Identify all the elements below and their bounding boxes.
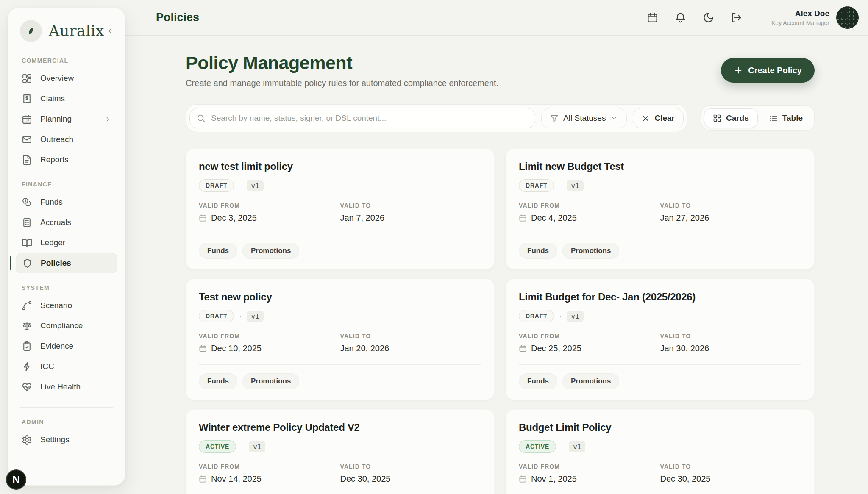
valid-from-value: Dec 3, 2025	[211, 213, 257, 223]
version-chip: v1	[567, 311, 583, 322]
sidebar-item-overview[interactable]: Overview	[16, 68, 117, 89]
valid-from-value: Dec 25, 2025	[531, 344, 581, 353]
close-icon	[642, 114, 650, 122]
clear-filters-button[interactable]: Clear	[633, 108, 684, 128]
sidebar-item-outreach[interactable]: Outreach	[16, 129, 117, 150]
sidebar-item-reports[interactable]: Reports	[16, 150, 117, 170]
sidebar-item-ledger[interactable]: Ledger	[16, 233, 117, 253]
version-chip: v1	[569, 441, 585, 452]
file-text-icon	[22, 155, 32, 165]
view-toggle-table[interactable]: Table	[760, 108, 812, 128]
valid-to-value: Jan 30, 2026	[660, 344, 709, 353]
spline-icon	[22, 300, 32, 311]
valid-to-value: Jan 27, 2026	[660, 213, 709, 223]
valid-to-label: VALID TO	[340, 202, 482, 209]
filters-toolbar: All Statuses Clear Cards Tab	[186, 104, 815, 132]
policy-card[interactable]: Winter extreme Policy Updated V2 ACTIVE …	[186, 409, 495, 494]
status-filter-dropdown[interactable]: All Statuses	[541, 108, 627, 128]
dot-separator: ·	[239, 181, 242, 190]
status-badge: ACTIVE	[519, 440, 556, 453]
sidebar-item-claims[interactable]: Claims	[16, 89, 117, 109]
sidebar-item-label: Accruals	[40, 218, 71, 227]
status-filter-value: All Statuses	[563, 114, 606, 123]
valid-to-value: Dec 30, 2025	[340, 474, 391, 484]
valid-to-label: VALID TO	[660, 463, 802, 470]
sidebar-item-compliance[interactable]: Compliance	[16, 316, 117, 336]
tag-pill: Promotions	[562, 373, 619, 389]
valid-to-value: Jan 7, 2026	[340, 213, 385, 223]
valid-to-label: VALID TO	[660, 202, 802, 209]
main-area: Policies Alex Doe Key Account Manager Po…	[125, 0, 868, 494]
calendar-icon	[519, 214, 527, 222]
calendar-icon[interactable]	[641, 7, 663, 29]
sidebar-item-label: Claims	[40, 94, 65, 103]
sidebar-item-planning[interactable]: Planning	[16, 109, 117, 129]
sidebar-item-label: Overview	[40, 74, 74, 83]
sidebar: Auralix Commercial Overview Claims Plann…	[8, 8, 125, 486]
policy-card[interactable]: new test limit policy DRAFT · v1 VALID F…	[186, 148, 495, 269]
receipt-icon	[22, 94, 32, 104]
sidebar-item-label: Scenario	[40, 301, 72, 310]
policy-title: Winter extreme Policy Updated V2	[199, 422, 481, 433]
dev-badge[interactable]: N	[6, 469, 26, 490]
mail-icon	[22, 134, 32, 145]
calendar-icon	[199, 475, 207, 483]
sidebar-item-policies[interactable]: Policies	[16, 253, 117, 273]
chevron-left-icon[interactable]	[104, 25, 115, 36]
version-chip: v1	[249, 441, 265, 452]
version-chip: v1	[247, 180, 263, 191]
policy-card[interactable]: Limit new Budget Test DRAFT · v1 VALID F…	[506, 148, 815, 269]
valid-from-value: Dec 4, 2025	[531, 213, 577, 223]
valid-from-value: Nov 14, 2025	[211, 474, 262, 484]
scale-icon	[22, 321, 32, 331]
tag-pill: Funds	[519, 243, 557, 259]
avatar[interactable]	[836, 6, 859, 29]
logout-icon[interactable]	[725, 7, 747, 29]
calendar-icon	[22, 114, 32, 125]
tag-pill: Promotions	[562, 243, 619, 259]
section-label-finance: Finance	[22, 181, 117, 188]
valid-from-label: VALID FROM	[199, 202, 340, 209]
sidebar-item-label: Evidence	[40, 341, 73, 351]
sidebar-item-settings[interactable]: Settings	[16, 430, 117, 450]
sidebar-item-live-health[interactable]: Live Health	[16, 377, 117, 397]
list-icon	[769, 114, 778, 122]
search-input[interactable]	[189, 108, 535, 128]
sidebar-item-evidence[interactable]: Evidence	[16, 336, 117, 356]
chevron-down-icon	[610, 114, 618, 122]
sidebar-item-scenario[interactable]: Scenario	[16, 295, 117, 316]
section-label-commercial: Commercial	[22, 57, 117, 64]
moon-icon[interactable]	[697, 7, 719, 29]
tag-pill: Funds	[519, 373, 557, 389]
coins-icon	[22, 197, 32, 208]
valid-to-value: Jan 20, 2026	[340, 344, 389, 353]
sidebar-item-funds[interactable]: Funds	[16, 192, 117, 212]
page-breadcrumb-title: Policies	[156, 11, 199, 24]
tag-pill: Funds	[199, 373, 237, 389]
tag-pill: Funds	[199, 243, 237, 259]
valid-from-value: Dec 10, 2025	[211, 344, 262, 353]
valid-to-label: VALID TO	[340, 463, 482, 470]
policy-card[interactable]: Test new policy DRAFT · v1 VALID FROM De…	[186, 279, 495, 400]
clipboard-check-icon	[22, 341, 32, 352]
policy-card[interactable]: Limit Budget for Dec- Jan (2025/2026) DR…	[506, 279, 815, 400]
dot-separator: ·	[559, 312, 562, 321]
topbar-divider	[760, 9, 760, 27]
sidebar-item-accruals[interactable]: Accruals	[16, 212, 117, 233]
policy-title: Budget Limit Policy	[519, 422, 801, 433]
view-toggle-cards[interactable]: Cards	[704, 108, 758, 128]
section-label-admin: Admin	[22, 419, 117, 425]
book-open-icon	[22, 238, 32, 248]
user-meta: Alex Doe Key Account Manager	[771, 9, 829, 26]
page-heading-block: Policy Management Create and manage immu…	[186, 53, 498, 88]
content-scroll: Policy Management Create and manage immu…	[125, 36, 868, 494]
bell-icon[interactable]	[669, 7, 691, 29]
valid-to-label: VALID TO	[340, 333, 482, 339]
sidebar-item-icc[interactable]: ICC	[16, 356, 117, 377]
policy-card[interactable]: Budget Limit Policy ACTIVE · v1 VALID FR…	[506, 409, 815, 494]
create-policy-button[interactable]: Create Policy	[721, 58, 815, 83]
sidebar-item-label: Live Health	[40, 382, 81, 391]
dot-separator: ·	[559, 181, 562, 190]
calendar-icon	[199, 344, 207, 352]
calculator-icon	[22, 217, 32, 228]
